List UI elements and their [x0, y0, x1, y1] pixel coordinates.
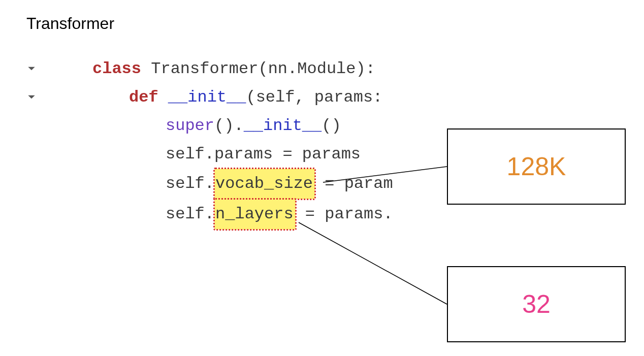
highlight-vocab-size: vocab_size — [214, 169, 315, 199]
code-block: class Transformer(nn.Module): def __init… — [26, 55, 393, 230]
callout-vocab-size: 128K — [447, 128, 626, 205]
chevron-down-icon — [26, 59, 37, 78]
keyword-class: class — [92, 55, 141, 83]
code-line-4: self.params = params — [26, 140, 393, 169]
chevron-down-icon — [26, 88, 37, 107]
callout-value: 128K — [507, 152, 566, 181]
fold-chevron[interactable] — [26, 55, 56, 83]
func-signature: (self, params: — [246, 83, 382, 112]
init-call: __init__ — [244, 112, 322, 140]
class-signature: Transformer(nn.Module): — [141, 55, 375, 83]
callout-value: 32 — [522, 289, 551, 319]
diagram-title: Transformer — [26, 14, 114, 33]
func-name: __init__ — [158, 83, 246, 112]
diagram-stage: Transformer class Transformer(nn.Module)… — [0, 0, 644, 356]
code-line-1: class Transformer(nn.Module): — [26, 55, 393, 83]
code-line-5: self. vocab_size = param — [26, 169, 393, 199]
callout-n-layers: 32 — [447, 266, 626, 342]
highlight-n-layers: n_layers — [214, 199, 296, 230]
builtin-super: super — [166, 112, 214, 140]
code-line-2: def __init__ (self, params: — [26, 83, 393, 112]
code-line-3: super (). __init__ () — [26, 112, 393, 140]
fold-chevron[interactable] — [26, 83, 56, 112]
svg-line-1 — [299, 222, 447, 304]
assign-params: self.params = params — [166, 140, 361, 169]
keyword-def: def — [129, 83, 158, 112]
code-line-6: self. n_layers = params. — [26, 199, 393, 230]
